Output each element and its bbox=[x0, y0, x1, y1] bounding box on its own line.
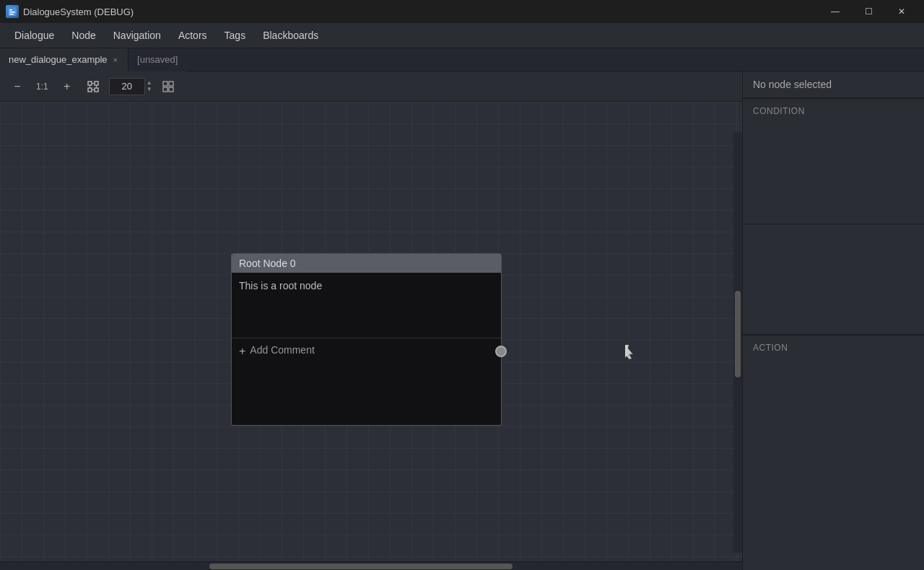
svg-rect-13 bbox=[169, 82, 173, 86]
zoom-input[interactable]: 20 bbox=[109, 78, 145, 95]
zoom-reset-button[interactable]: 1:1 bbox=[33, 76, 51, 97]
menu-blackboards[interactable]: Blackboards bbox=[254, 25, 327, 45]
add-comment-label: Add Comment bbox=[250, 344, 314, 356]
panel-header: No node selected bbox=[743, 71, 924, 98]
canvas-inner: Root Node 0 This is a root node + Add Co… bbox=[0, 102, 742, 561]
minimize-button[interactable]: — bbox=[819, 0, 852, 23]
canvas-viewport[interactable]: Root Node 0 This is a root node + Add Co… bbox=[0, 102, 742, 561]
horizontal-scrollbar-thumb[interactable] bbox=[209, 564, 513, 569]
condition-label: CONDITION bbox=[753, 106, 805, 116]
vertical-scrollbar-thumb[interactable] bbox=[735, 291, 741, 377]
svg-rect-2 bbox=[9, 12, 15, 13]
right-panel: No node selected CONDITION ACTION bbox=[742, 71, 924, 570]
title-bar-left: DialogueSystem (DEBUG) bbox=[6, 5, 134, 18]
svg-rect-15 bbox=[169, 87, 173, 92]
menu-dialogue[interactable]: Dialogue bbox=[6, 25, 63, 45]
svg-rect-1 bbox=[9, 9, 12, 11]
node-body: This is a root node bbox=[232, 273, 501, 338]
svg-rect-7 bbox=[95, 88, 98, 92]
menu-actors[interactable]: Actors bbox=[170, 25, 216, 45]
add-comment-button[interactable]: + Add Comment bbox=[232, 338, 501, 425]
tab-bar: new_dialogue_example × [unsaved] bbox=[0, 48, 924, 71]
app-icon bbox=[6, 5, 19, 18]
svg-rect-5 bbox=[95, 82, 98, 85]
condition-section: CONDITION bbox=[743, 99, 924, 224]
grid-button[interactable] bbox=[158, 76, 178, 97]
action-section: ACTION bbox=[743, 335, 924, 460]
svg-rect-4 bbox=[88, 82, 92, 85]
vertical-scrollbar[interactable] bbox=[733, 132, 742, 553]
main-layout: − 1:1 + 20 ▲ ▼ bbox=[0, 71, 924, 570]
horizontal-scrollbar[interactable] bbox=[0, 561, 742, 570]
plus-icon: + bbox=[239, 344, 245, 359]
title-bar-controls: — ☐ ✕ bbox=[819, 0, 918, 23]
svg-rect-3 bbox=[9, 14, 14, 15]
title-text: DialogueSystem (DEBUG) bbox=[23, 6, 134, 17]
menu-node[interactable]: Node bbox=[63, 25, 104, 45]
tab-close-button[interactable]: × bbox=[112, 55, 119, 65]
menu-tags[interactable]: Tags bbox=[216, 25, 255, 45]
node-header[interactable]: Root Node 0 bbox=[232, 254, 501, 273]
title-bar: DialogueSystem (DEBUG) — ☐ ✕ bbox=[0, 0, 924, 23]
unsaved-indicator: [unsaved] bbox=[128, 48, 186, 71]
close-button[interactable]: ✕ bbox=[885, 0, 918, 23]
canvas-area: − 1:1 + 20 ▲ ▼ bbox=[0, 71, 742, 570]
active-tab[interactable]: new_dialogue_example × bbox=[0, 48, 128, 71]
zoom-input-container: 20 ▲ ▼ bbox=[109, 78, 152, 95]
menu-bar: Dialogue Node Navigation Actors Tags Bla… bbox=[0, 23, 924, 48]
zoom-spinner[interactable]: ▲ ▼ bbox=[147, 80, 152, 93]
toolbar: − 1:1 + 20 ▲ ▼ bbox=[0, 71, 742, 102]
maximize-button[interactable]: ☐ bbox=[852, 0, 885, 23]
zoom-in-button[interactable]: + bbox=[57, 76, 77, 97]
menu-navigation[interactable]: Navigation bbox=[105, 25, 170, 45]
svg-rect-12 bbox=[163, 82, 167, 86]
action-label: ACTION bbox=[753, 343, 788, 353]
node-connector[interactable] bbox=[495, 346, 507, 357]
svg-rect-14 bbox=[163, 87, 167, 92]
svg-rect-6 bbox=[88, 88, 92, 92]
zoom-out-button[interactable]: − bbox=[7, 76, 27, 97]
tab-label: new_dialogue_example bbox=[9, 54, 108, 65]
mouse-cursor bbox=[625, 345, 634, 359]
fit-button[interactable] bbox=[83, 76, 103, 97]
root-node[interactable]: Root Node 0 This is a root node + Add Co… bbox=[231, 253, 502, 426]
node-body-text: This is a root node bbox=[239, 280, 322, 291]
